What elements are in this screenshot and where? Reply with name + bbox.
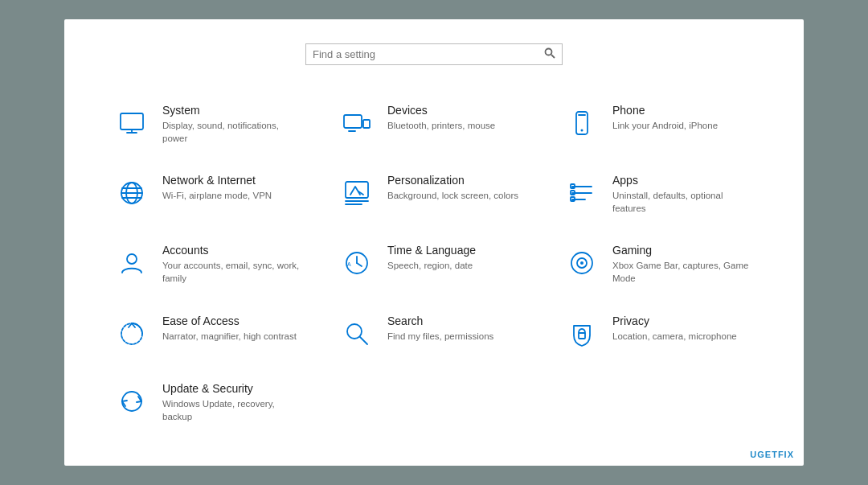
setting-desc-gaming: Xbox Game Bar, captures, Game Mode	[612, 259, 755, 285]
setting-item-search[interactable]: Search Find my files, permissions	[321, 300, 547, 368]
setting-text-network: Network & Internet Wi-Fi, airplane mode,…	[162, 174, 272, 202]
setting-title-apps: Apps	[612, 174, 755, 187]
svg-line-37	[360, 337, 367, 344]
setting-title-devices: Devices	[387, 104, 495, 117]
devices-icon	[338, 104, 376, 142]
search-icon	[338, 314, 376, 353]
personalization-icon	[338, 174, 376, 212]
gaming-icon	[563, 244, 601, 282]
setting-text-search: Search Find my files, permissions	[387, 314, 493, 343]
setting-text-phone: Phone Link your Android, iPhone	[612, 104, 718, 132]
privacy-icon	[563, 314, 601, 353]
setting-item-gaming[interactable]: Gaming Xbox Game Bar, captures, Game Mod…	[547, 229, 772, 299]
phone-icon	[563, 104, 601, 142]
setting-item-personalization[interactable]: Personalization Background, lock screen,…	[321, 159, 547, 229]
setting-item-system[interactable]: System Display, sound, notifications, po…	[96, 89, 321, 159]
setting-desc-accounts: Your accounts, email, sync, work, family	[162, 259, 305, 285]
accounts-icon	[113, 244, 151, 282]
setting-text-privacy: Privacy Location, camera, microphone	[612, 314, 737, 343]
watermark: UGETFIX	[750, 450, 794, 459]
setting-title-network: Network & Internet	[162, 174, 272, 187]
setting-text-devices: Devices Bluetooth, printers, mouse	[387, 104, 495, 132]
setting-title-update: Update & Security	[162, 382, 305, 395]
setting-desc-time: Speech, region, date	[387, 259, 476, 272]
search-bar[interactable]	[305, 43, 563, 65]
settings-window: System Display, sound, notifications, po…	[64, 19, 804, 466]
setting-text-update: Update & Security Windows Update, recove…	[162, 382, 305, 423]
system-icon	[113, 104, 151, 142]
svg-rect-5	[344, 115, 362, 128]
setting-item-phone[interactable]: Phone Link your Android, iPhone	[547, 89, 772, 159]
svg-rect-6	[363, 120, 370, 128]
setting-text-personalization: Personalization Background, lock screen,…	[387, 174, 518, 202]
setting-title-phone: Phone	[612, 104, 718, 117]
search-icon	[544, 47, 555, 61]
setting-item-ease[interactable]: Ease of Access Narrator, magnifier, high…	[96, 300, 321, 368]
setting-text-gaming: Gaming Xbox Game Bar, captures, Game Mod…	[612, 244, 755, 285]
setting-text-apps: Apps Uninstall, defaults, optional featu…	[612, 174, 755, 215]
setting-title-time: Time & Language	[387, 244, 476, 257]
svg-point-25	[127, 254, 137, 264]
setting-desc-update: Windows Update, recovery, backup	[162, 397, 305, 423]
svg-text:A: A	[347, 261, 351, 267]
setting-item-privacy[interactable]: Privacy Location, camera, microphone	[547, 300, 772, 368]
setting-title-privacy: Privacy	[612, 314, 737, 327]
svg-point-36	[347, 324, 362, 339]
ease-icon	[113, 314, 151, 353]
setting-item-devices[interactable]: Devices Bluetooth, printers, mouse	[321, 89, 547, 159]
svg-rect-38	[579, 333, 585, 339]
setting-title-personalization: Personalization	[387, 174, 518, 187]
setting-text-system: System Display, sound, notifications, po…	[162, 104, 305, 145]
setting-desc-apps: Uninstall, defaults, optional features	[612, 189, 755, 215]
setting-title-ease: Ease of Access	[162, 314, 297, 327]
setting-desc-personalization: Background, lock screen, colors	[387, 189, 518, 202]
setting-text-time: Time & Language Speech, region, date	[387, 244, 476, 272]
setting-text-ease: Ease of Access Narrator, magnifier, high…	[162, 314, 297, 343]
setting-text-accounts: Accounts Your accounts, email, sync, wor…	[162, 244, 305, 285]
setting-title-gaming: Gaming	[612, 244, 755, 257]
time-icon: A	[338, 244, 376, 282]
setting-title-system: System	[162, 104, 305, 117]
network-icon	[113, 174, 151, 212]
svg-line-28	[357, 263, 362, 266]
setting-item-apps[interactable]: Apps Uninstall, defaults, optional featu…	[547, 159, 772, 229]
svg-point-9	[581, 129, 583, 132]
setting-desc-search: Find my files, permissions	[387, 330, 493, 343]
svg-rect-2	[121, 113, 143, 129]
setting-title-accounts: Accounts	[162, 244, 305, 257]
setting-desc-privacy: Location, camera, microphone	[612, 330, 737, 343]
setting-desc-system: Display, sound, notifications, power	[162, 119, 305, 145]
apps-icon	[563, 174, 601, 212]
svg-point-32	[580, 261, 583, 265]
svg-point-0	[546, 49, 552, 55]
svg-line-1	[551, 55, 555, 58]
setting-desc-ease: Narrator, magnifier, high contrast	[162, 330, 297, 343]
setting-item-update[interactable]: Update & Security Windows Update, recove…	[96, 368, 321, 438]
setting-title-search: Search	[387, 314, 493, 327]
search-input[interactable]	[313, 48, 544, 60]
settings-grid: System Display, sound, notifications, po…	[96, 89, 772, 438]
setting-desc-network: Wi-Fi, airplane mode, VPN	[162, 189, 272, 202]
setting-desc-phone: Link your Android, iPhone	[612, 119, 718, 132]
setting-item-accounts[interactable]: Accounts Your accounts, email, sync, wor…	[96, 229, 321, 299]
setting-item-time[interactable]: A Time & Language Speech, region, date	[321, 229, 547, 299]
setting-desc-devices: Bluetooth, printers, mouse	[387, 119, 495, 132]
setting-item-network[interactable]: Network & Internet Wi-Fi, airplane mode,…	[96, 159, 321, 229]
update-icon	[113, 382, 151, 421]
